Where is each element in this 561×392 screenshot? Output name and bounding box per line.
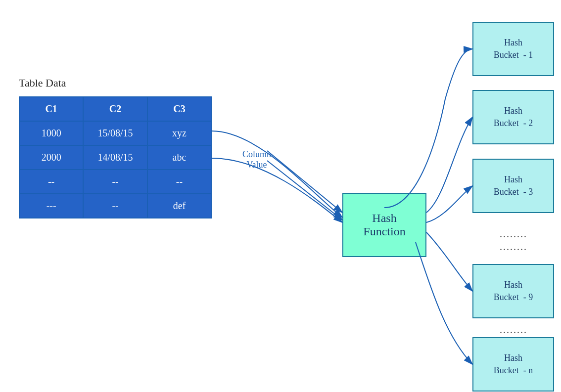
- cell: def: [147, 194, 211, 218]
- hash-bucket-2: HashBucket - 2: [472, 90, 554, 144]
- cell: xyz: [147, 121, 211, 145]
- table-row: --- -- def: [19, 194, 211, 218]
- col-header-c3: C3: [147, 97, 211, 121]
- dots-between-3-9-2: ........: [500, 241, 527, 253]
- col-header-c1: C1: [19, 97, 83, 121]
- svg-line-3: [267, 161, 342, 220]
- cell: 14/08/15: [83, 145, 147, 170]
- table-row: 1000 15/08/15 xyz: [19, 121, 211, 145]
- table-row: -- -- --: [19, 170, 211, 194]
- hash-bucket-9: HashBucket - 9: [472, 264, 554, 318]
- dots-between-3-9: ........: [500, 228, 527, 240]
- svg-line-2: [267, 151, 342, 213]
- data-table: C1 C2 C3 1000 15/08/15 xyz 2000 14/08/15…: [19, 96, 212, 218]
- cell: ---: [19, 194, 83, 218]
- cell: 1000: [19, 121, 83, 145]
- hash-bucket-1: HashBucket - 1: [472, 22, 554, 76]
- column-value-label: ColumnValue: [242, 149, 271, 170]
- cell: 2000: [19, 145, 83, 170]
- hash-function-box: HashFunction: [342, 193, 426, 257]
- cell: --: [83, 194, 147, 218]
- table-row: 2000 14/08/15 abc: [19, 145, 211, 170]
- cell: --: [147, 170, 211, 194]
- cell: 15/08/15: [83, 121, 147, 145]
- col-header-c2: C2: [83, 97, 147, 121]
- cell: --: [83, 170, 147, 194]
- cell: --: [19, 170, 83, 194]
- dots-between-9-n: ........: [500, 324, 527, 336]
- cell: abc: [147, 145, 211, 170]
- table-data-label: Table Data: [19, 77, 66, 89]
- main-container: Table Data C1 C2 C3 1000 15/08/15 xyz 20…: [0, 0, 561, 392]
- hash-bucket-n: HashBucket - n: [472, 337, 554, 392]
- hash-bucket-3: HashBucket - 3: [472, 159, 554, 213]
